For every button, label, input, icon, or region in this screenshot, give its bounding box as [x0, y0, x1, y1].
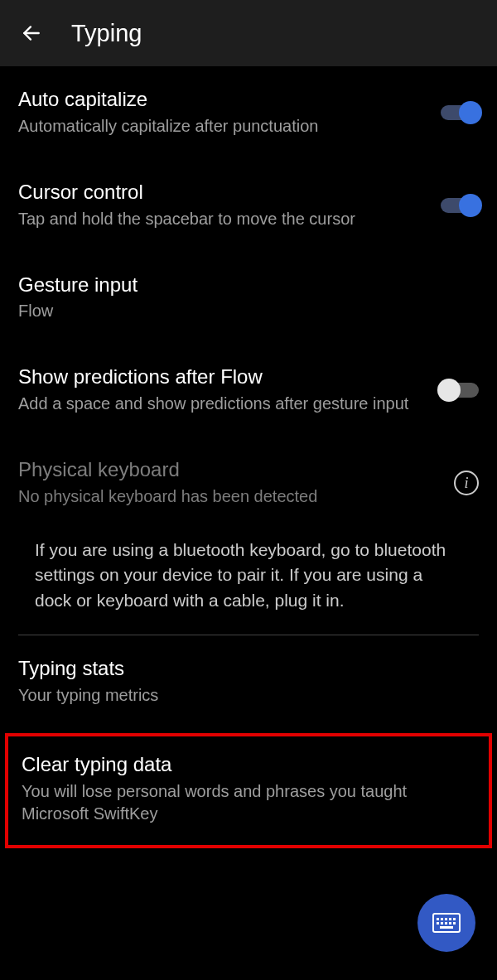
setting-subtitle: Add a space and show predictions after g…: [18, 393, 424, 415]
setting-title: Show predictions after Flow: [18, 365, 424, 389]
svg-rect-6: [453, 918, 456, 920]
physical-keyboard-help: If you are using a bluetooth keyboard, g…: [18, 538, 479, 635]
svg-rect-10: [449, 922, 451, 924]
setting-typing-stats[interactable]: Typing stats Your typing metrics: [0, 635, 497, 728]
svg-rect-9: [445, 922, 447, 924]
setting-title: Cursor control: [18, 181, 424, 205]
toggle-cursor-control[interactable]: [441, 198, 479, 213]
setting-title: Physical keyboard: [18, 458, 437, 482]
toggle-show-predictions[interactable]: [441, 383, 479, 398]
svg-rect-2: [437, 918, 439, 920]
svg-rect-3: [441, 918, 443, 920]
setting-clear-typing-data[interactable]: Clear typing data You will lose personal…: [5, 733, 492, 848]
back-button[interactable]: [15, 17, 48, 50]
keyboard-fab[interactable]: [417, 894, 475, 952]
setting-subtitle: Automatically capitalize after punctuati…: [18, 115, 424, 138]
setting-show-predictions[interactable]: Show predictions after Flow Add a space …: [0, 344, 497, 437]
svg-rect-11: [453, 922, 456, 924]
setting-auto-capitalize[interactable]: Auto capitalize Automatically capitalize…: [0, 66, 497, 159]
keyboard-icon: [432, 913, 461, 933]
svg-rect-7: [437, 922, 439, 924]
setting-title: Auto capitalize: [18, 88, 424, 112]
svg-rect-5: [449, 918, 451, 920]
setting-subtitle: Flow: [18, 300, 479, 322]
setting-subtitle: You will lose personal words and phrases…: [22, 780, 475, 825]
setting-title: Typing stats: [18, 657, 479, 681]
svg-rect-12: [440, 926, 453, 929]
svg-rect-4: [445, 918, 447, 920]
help-text: If you are using a bluetooth keyboard, g…: [35, 538, 462, 613]
setting-gesture-input[interactable]: Gesture input Flow: [0, 252, 497, 345]
setting-title: Clear typing data: [22, 753, 475, 777]
settings-list: Auto capitalize Automatically capitalize…: [0, 66, 497, 848]
app-bar: Typing: [0, 0, 497, 66]
toggle-auto-capitalize[interactable]: [441, 105, 479, 120]
svg-rect-8: [441, 922, 443, 924]
info-icon[interactable]: i: [454, 471, 479, 495]
arrow-left-icon: [21, 22, 42, 44]
setting-physical-keyboard: Physical keyboard No physical keyboard h…: [0, 437, 497, 529]
setting-cursor-control[interactable]: Cursor control Tap and hold the spacebar…: [0, 159, 497, 252]
setting-subtitle: No physical keyboard has been detected: [18, 485, 437, 508]
page-title: Typing: [71, 20, 142, 47]
setting-subtitle: Tap and hold the spacebar to move the cu…: [18, 208, 424, 230]
setting-title: Gesture input: [18, 273, 479, 297]
setting-subtitle: Your typing metrics: [18, 684, 479, 707]
